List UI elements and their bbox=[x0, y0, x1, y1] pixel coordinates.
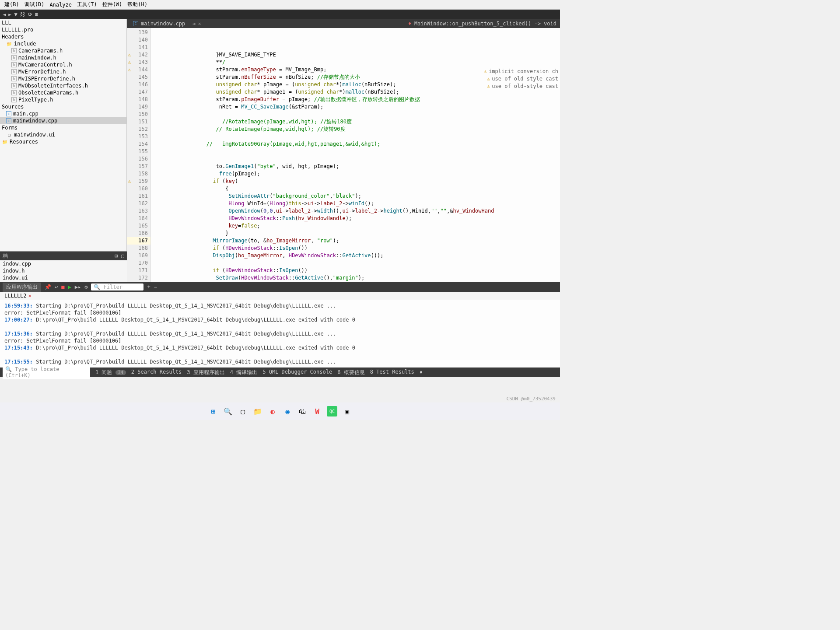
warning-icon[interactable]: ⚠ bbox=[128, 66, 131, 74]
line-number[interactable]: 161 bbox=[127, 192, 150, 200]
tree-item[interactable]: LLLLLL.pro bbox=[0, 26, 126, 33]
tree-item[interactable]: 📁include bbox=[0, 40, 126, 47]
code-line[interactable]: // imgRotate90Gray(pImage,wid,hgt,pImage… bbox=[151, 140, 560, 148]
status-pane[interactable]: 2 Search Results bbox=[131, 369, 182, 376]
pin-icon[interactable]: 📌 bbox=[45, 284, 51, 290]
code-line[interactable]: // RotateImage(pImage,wid,hgt); //旋转90度 bbox=[151, 126, 560, 133]
code-line[interactable]: MirrorImage(to, &ho_ImageMirror, "row"); bbox=[151, 237, 560, 245]
warning-icon[interactable]: ⚠ bbox=[128, 59, 131, 66]
line-number[interactable]: 160 bbox=[127, 185, 150, 192]
status-pane[interactable]: 8 Test Results bbox=[370, 369, 414, 376]
close-icon[interactable]: ▢ bbox=[121, 253, 124, 259]
line-number[interactable]: 153 bbox=[127, 133, 150, 140]
tree-item[interactable]: Headers bbox=[0, 33, 126, 40]
forward-icon[interactable]: ► bbox=[8, 11, 11, 18]
status-pane[interactable]: 6 概要信息 bbox=[337, 369, 364, 376]
line-number[interactable]: 157 bbox=[127, 163, 150, 170]
code-line[interactable]: Hlong WinId=(Hlong)this->ui->label_2->wi… bbox=[151, 200, 560, 207]
output-tab[interactable]: LLLLLL2 ✕ bbox=[2, 292, 34, 299]
line-number[interactable]: ⚠159 bbox=[127, 178, 150, 185]
code-line[interactable]: //RotateImage(pImage,wid,hgt); //旋转180度 bbox=[151, 118, 560, 126]
line-number[interactable]: 151 bbox=[127, 118, 150, 126]
code-line[interactable]: nRet = MV_CC_SaveImage(&stParam); bbox=[151, 103, 560, 111]
terminal-icon[interactable]: ▣ bbox=[342, 406, 352, 416]
back-icon[interactable]: ◄ bbox=[3, 11, 6, 18]
output-body[interactable]: 16:59:33: Starting D:\pro\QT_Pro\build-L… bbox=[0, 300, 560, 368]
menu-item[interactable]: 调试(D) bbox=[22, 0, 47, 9]
rerun-icon[interactable]: ▶▸ bbox=[75, 284, 81, 290]
line-gutter[interactable]: 139140141⚠142⚠143⚠1441451461471481491501… bbox=[127, 28, 151, 282]
code-line[interactable] bbox=[151, 155, 560, 163]
line-number[interactable]: ⚠143 bbox=[127, 59, 150, 66]
code-editor[interactable]: 139140141⚠142⚠143⚠1441451461471481491501… bbox=[127, 28, 560, 282]
status-pane[interactable]: 4 编译输出 bbox=[230, 369, 257, 376]
line-number[interactable]: 169 bbox=[127, 252, 150, 259]
menu-item[interactable]: 工具(T) bbox=[74, 0, 100, 9]
wps-icon[interactable]: W bbox=[312, 406, 322, 416]
line-number[interactable]: 139 bbox=[127, 29, 150, 36]
tree-item[interactable]: hMvObsoleteInterfaces.h bbox=[0, 82, 126, 89]
status-pane[interactable]: 1 问题 34 bbox=[95, 369, 126, 376]
store-icon[interactable]: 🛍 bbox=[297, 406, 308, 416]
editor-tab[interactable]: c mainwindow.cpp bbox=[129, 20, 189, 28]
project-tree[interactable]: LLLLLLLLL.proHeaders📁includehCameraParam… bbox=[0, 19, 127, 251]
locator-input[interactable]: 🔍 Type to locate (Ctrl+K) bbox=[3, 365, 90, 379]
code-line[interactable]: **/ bbox=[151, 59, 560, 66]
line-number[interactable]: ⚠144 bbox=[127, 66, 150, 74]
code-line[interactable]: if (key) bbox=[151, 178, 560, 185]
tree-item[interactable]: hPixelType.h bbox=[0, 96, 126, 103]
line-number[interactable]: 146 bbox=[127, 81, 150, 88]
menu-item[interactable]: 帮助(H) bbox=[125, 0, 150, 9]
code-line[interactable]: stParam.pImageBuffer = pImage; //输出数据缓冲区… bbox=[151, 96, 560, 103]
zoom-out-icon[interactable]: − bbox=[154, 284, 157, 290]
line-number[interactable]: 154 bbox=[127, 140, 150, 148]
code-line[interactable]: }MV_SAVE_IAMGE_TYPE bbox=[151, 51, 560, 59]
code-line[interactable]: free(pImage); bbox=[151, 170, 560, 178]
code-line[interactable] bbox=[151, 148, 560, 155]
tree-item[interactable]: hMvCameraControl.h bbox=[0, 61, 126, 68]
split-icon[interactable]: ⊞ bbox=[115, 253, 118, 259]
menu-item[interactable]: 建(B) bbox=[2, 0, 22, 9]
line-number[interactable]: 165 bbox=[127, 222, 150, 230]
line-number[interactable]: 150 bbox=[127, 111, 150, 118]
line-number[interactable]: 170 bbox=[127, 259, 150, 267]
close-icon[interactable]: ✕ bbox=[28, 293, 32, 299]
run-icon[interactable]: ▶ bbox=[68, 284, 71, 290]
breadcrumb[interactable]: ♦ MainWindow::on_pushButton_5_clicked() … bbox=[405, 21, 560, 27]
line-number[interactable]: 140 bbox=[127, 36, 150, 44]
code-line[interactable]: } bbox=[151, 230, 560, 237]
wrap-icon[interactable]: ↩ bbox=[55, 284, 58, 290]
code-line[interactable]: OpenWindow(0,0,ui->label_2->width(),ui->… bbox=[151, 207, 560, 215]
menu-item[interactable]: Analyze bbox=[47, 1, 74, 9]
code-line[interactable]: HDevWindowStack::Push(hv_WindowHandle); bbox=[151, 215, 560, 222]
line-number[interactable]: 148 bbox=[127, 96, 150, 103]
line-number[interactable]: 145 bbox=[127, 74, 150, 81]
code-line[interactable]: { bbox=[151, 185, 560, 192]
line-number[interactable]: ⚠142 bbox=[127, 51, 150, 59]
prev-tab-icon[interactable]: ◄ bbox=[189, 21, 198, 27]
app-icon[interactable]: ◐ bbox=[267, 406, 278, 416]
settings-icon[interactable]: ⚙ bbox=[84, 284, 88, 290]
code-line[interactable] bbox=[151, 259, 560, 267]
line-number[interactable]: 155 bbox=[127, 148, 150, 155]
status-pane[interactable]: 3 应用程序输出 bbox=[187, 369, 224, 376]
tree-item[interactable]: cmainwindow.cpp bbox=[0, 117, 126, 124]
warning-icon[interactable]: ⚠ bbox=[128, 51, 131, 59]
status-pane[interactable]: 5 QML Debugger Console bbox=[262, 369, 332, 376]
toggle-icon[interactable]: ♦ bbox=[420, 369, 423, 375]
tab-close-icon[interactable]: ✕ bbox=[198, 21, 201, 27]
tree-item[interactable]: hMvErrorDefine.h bbox=[0, 68, 126, 75]
explorer-icon[interactable]: 📁 bbox=[252, 406, 263, 416]
line-number[interactable]: 167 bbox=[127, 237, 150, 245]
code-line[interactable] bbox=[151, 111, 560, 118]
line-number[interactable]: 152 bbox=[127, 126, 150, 133]
line-number[interactable]: 162 bbox=[127, 200, 150, 207]
line-number[interactable]: 158 bbox=[127, 170, 150, 178]
qt-icon[interactable]: QC bbox=[327, 406, 337, 416]
line-number[interactable]: 141 bbox=[127, 44, 150, 51]
code-line[interactable]: to.GenImage1("byte", wid, hgt, pImage); bbox=[151, 163, 560, 170]
tree-item[interactable]: Forms bbox=[0, 124, 126, 131]
tree-item[interactable]: hCameraParams.h bbox=[0, 47, 126, 54]
code-line[interactable]: DispObj(ho_ImageMirror, HDevWindowStack:… bbox=[151, 252, 560, 259]
split-icon[interactable]: ⊞ bbox=[35, 11, 38, 18]
